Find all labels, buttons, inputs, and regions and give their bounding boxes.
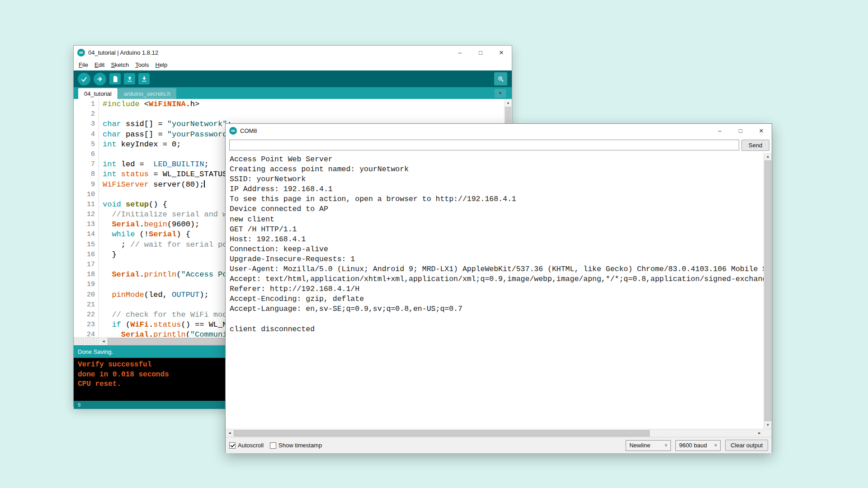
code-text: WiFiServer server(80); bbox=[99, 180, 205, 190]
line-number: 18 bbox=[74, 270, 99, 280]
serial-vscroll-thumb[interactable] bbox=[764, 160, 771, 421]
baud-rate-select[interactable]: 9600 baud ˅ bbox=[675, 440, 721, 451]
serial-output-line: Referer: http://192.168.4.1/H bbox=[230, 284, 764, 294]
scroll-up-icon[interactable]: ▲ bbox=[505, 99, 512, 106]
arduino-logo-icon: ∞ bbox=[229, 127, 237, 135]
code-text: Serial.println("Access Poi bbox=[99, 270, 232, 280]
upload-icon bbox=[96, 75, 104, 83]
serial-vertical-scrollbar[interactable]: ▲ ▼ bbox=[764, 153, 772, 429]
line-number: 11 bbox=[74, 200, 99, 210]
line-number: 15 bbox=[74, 240, 99, 250]
clear-output-button[interactable]: Clear output bbox=[725, 440, 768, 451]
serial-output-line: Accept: text/html,application/xhtml+xml,… bbox=[230, 274, 764, 284]
serial-output-line: Device connected to AP bbox=[230, 204, 764, 214]
open-icon bbox=[126, 75, 133, 83]
minimize-button[interactable]: – bbox=[709, 124, 730, 137]
serial-input[interactable] bbox=[229, 140, 739, 150]
serial-output-line: Access Point Web Server bbox=[230, 155, 764, 164]
maximize-button[interactable]: □ bbox=[730, 124, 751, 137]
maximize-button[interactable]: □ bbox=[470, 46, 491, 59]
serial-hscroll-thumb[interactable] bbox=[234, 430, 650, 436]
menu-help[interactable]: Help bbox=[152, 61, 170, 69]
code-text: #include <WiFiNINA.h> bbox=[99, 99, 199, 109]
menu-file[interactable]: File bbox=[75, 61, 91, 69]
serial-output-line: SSID: yourNetwork bbox=[230, 174, 764, 184]
serial-output-line: Host: 192.168.4.1 bbox=[230, 235, 764, 244]
code-text bbox=[99, 280, 103, 290]
scrollbar-corner bbox=[74, 338, 99, 345]
ide-window-controls: – □ ✕ bbox=[449, 46, 512, 59]
code-text bbox=[99, 150, 103, 160]
line-number: 6 bbox=[74, 150, 99, 160]
code-text: int keyIndex = 0; bbox=[99, 140, 181, 150]
scroll-right-icon[interactable]: ► bbox=[755, 429, 764, 437]
new-button[interactable] bbox=[109, 73, 121, 84]
serial-output[interactable]: Access Point Web ServerCreating access p… bbox=[226, 153, 764, 429]
line-number: 21 bbox=[74, 300, 99, 310]
save-icon bbox=[141, 75, 148, 83]
code-text: pinMode(led, OUTPUT); bbox=[99, 290, 209, 300]
code-text bbox=[99, 190, 103, 200]
show-timestamp-checkbox[interactable]: Show timestamp bbox=[270, 442, 322, 449]
serial-horizontal-scrollbar[interactable]: ◄ ► bbox=[226, 429, 772, 437]
tab-arduino-secrets-h[interactable]: arduino_secrets.h bbox=[118, 88, 176, 99]
save-button[interactable] bbox=[138, 73, 150, 84]
serial-monitor-icon bbox=[497, 75, 505, 83]
line-number: 2 bbox=[74, 109, 99, 119]
serial-output-line: Connection: keep-alive bbox=[230, 244, 764, 254]
line-number: 12 bbox=[74, 210, 99, 220]
line-number: 4 bbox=[74, 130, 99, 140]
tab-list-dropdown[interactable]: ▼ bbox=[495, 89, 506, 98]
code-text: Serial.println("Communic bbox=[99, 330, 232, 337]
code-line[interactable]: 1#include <WiFiNINA.h> bbox=[74, 99, 505, 109]
autoscroll-checkbox[interactable]: Autoscroll bbox=[229, 442, 264, 449]
send-button[interactable]: Send bbox=[741, 140, 769, 151]
open-button[interactable] bbox=[124, 73, 135, 84]
show-timestamp-label: Show timestamp bbox=[278, 442, 322, 449]
ide-window-title: 04_tutorial | Arduino 1.8.12 bbox=[88, 49, 158, 56]
menu-tools[interactable]: Tools bbox=[132, 61, 152, 69]
code-text: ; // wait for serial por bbox=[99, 240, 232, 250]
ide-titlebar[interactable]: ∞ 04_tutorial | Arduino 1.8.12 – □ ✕ bbox=[74, 46, 512, 59]
line-number: 8 bbox=[74, 169, 99, 179]
desktop: ∞ 04_tutorial | Arduino 1.8.12 – □ ✕ Fil… bbox=[0, 0, 868, 488]
serial-titlebar[interactable]: ∞ COM8 – □ ✕ bbox=[226, 124, 772, 137]
serial-output-line: Upgrade-Insecure-Requests: 1 bbox=[230, 254, 764, 264]
menu-edit[interactable]: Edit bbox=[91, 61, 108, 69]
serial-output-line: To see this page in action, open a brows… bbox=[230, 194, 764, 204]
code-text: // check for the WiFi modu bbox=[99, 310, 232, 320]
close-button[interactable]: ✕ bbox=[491, 46, 512, 59]
menu-sketch[interactable]: Sketch bbox=[108, 61, 132, 69]
checkbox-checked-icon bbox=[229, 442, 236, 449]
serial-monitor-button[interactable] bbox=[494, 72, 507, 85]
chevron-down-icon: ˅ bbox=[714, 443, 720, 448]
serial-settings-group: Newline ˅ 9600 baud ˅ Clear output bbox=[626, 440, 768, 451]
arduino-logo-icon: ∞ bbox=[77, 49, 85, 56]
serial-input-row: Send bbox=[226, 137, 772, 153]
code-text: } bbox=[99, 250, 117, 260]
verify-button[interactable] bbox=[78, 73, 90, 85]
line-ending-value: Newline bbox=[629, 442, 650, 449]
tab-04-tutorial[interactable]: 04_tutorial bbox=[78, 88, 118, 99]
serial-window-controls: – □ ✕ bbox=[709, 124, 772, 137]
upload-button[interactable] bbox=[94, 73, 106, 85]
scroll-left-icon[interactable]: ◄ bbox=[226, 429, 234, 437]
line-number: 3 bbox=[74, 119, 99, 129]
verify-icon bbox=[80, 75, 88, 83]
minimize-button[interactable]: – bbox=[449, 46, 470, 59]
scrollbar-corner bbox=[764, 429, 772, 437]
scroll-up-icon[interactable]: ▲ bbox=[764, 153, 772, 160]
code-text: //Initialize serial and wa bbox=[99, 210, 232, 220]
scroll-down-icon[interactable]: ▼ bbox=[764, 421, 772, 429]
serial-output-line: Creating access point named: yourNetwork bbox=[230, 164, 764, 174]
code-line[interactable]: 2 bbox=[74, 109, 505, 119]
serial-output-area: Access Point Web ServerCreating access p… bbox=[226, 153, 772, 429]
scroll-left-icon[interactable]: ◄ bbox=[99, 339, 108, 343]
line-ending-select[interactable]: Newline ˅ bbox=[626, 440, 671, 451]
line-number: 16 bbox=[74, 250, 99, 260]
close-button[interactable]: ✕ bbox=[751, 124, 772, 137]
line-number: 5 bbox=[74, 140, 99, 150]
new-icon bbox=[112, 75, 119, 83]
code-text: void setup() { bbox=[99, 200, 167, 210]
code-text: char ssid[] = "yourNetwork"; bbox=[99, 119, 232, 129]
